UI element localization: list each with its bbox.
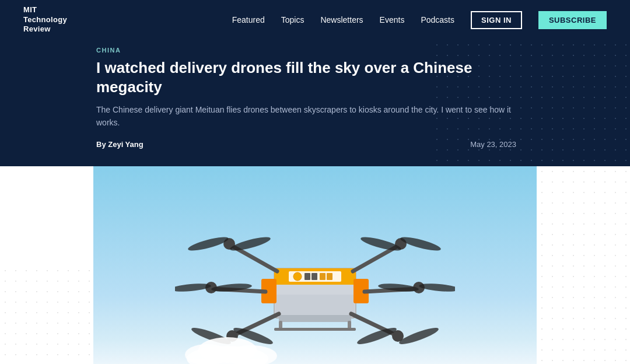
dot-pattern-right	[537, 166, 630, 364]
svg-point-34	[419, 282, 455, 293]
site-header: MITTechnologyReview Featured Topics News…	[0, 0, 630, 40]
hero-title: I watched delivery drones fill the sky o…	[96, 58, 516, 96]
hero-meta: By Zeyi Yang May 23, 2023	[96, 140, 516, 149]
svg-rect-7	[327, 273, 332, 280]
nav-topics[interactable]: Topics	[281, 15, 304, 24]
nav-newsletters[interactable]: Newsletters	[320, 15, 363, 24]
site-logo[interactable]: MITTechnologyReview	[23, 5, 67, 35]
signin-button[interactable]: SIGN IN	[471, 11, 522, 29]
svg-rect-5	[312, 273, 317, 280]
svg-point-3	[293, 272, 302, 281]
drone-image	[175, 181, 455, 364]
hero-section: CHINA I watched delivery drones fill the…	[0, 40, 630, 166]
svg-rect-10	[279, 321, 282, 329]
hero-description: The Chinese delivery giant Meituan flies…	[96, 103, 516, 130]
svg-rect-9	[279, 315, 351, 322]
svg-rect-12	[274, 328, 356, 331]
dot-pattern-left	[0, 265, 93, 364]
svg-point-42	[198, 337, 257, 363]
article-image-section	[0, 166, 630, 364]
svg-rect-6	[320, 273, 326, 280]
hero-date: May 23, 2023	[470, 140, 516, 149]
logo-text: MITTechnologyReview	[23, 5, 67, 35]
nav-events[interactable]: Events	[380, 15, 405, 24]
svg-point-27	[187, 235, 229, 253]
svg-point-31	[175, 282, 211, 293]
main-nav: Featured Topics Newsletters Events Podca…	[232, 11, 607, 29]
hero-category: CHINA	[96, 47, 516, 54]
svg-point-38	[398, 325, 440, 347]
nav-podcasts[interactable]: Podcasts	[421, 15, 454, 24]
svg-rect-11	[348, 321, 351, 329]
svg-rect-4	[304, 273, 310, 280]
nav-featured[interactable]: Featured	[232, 15, 265, 24]
svg-point-37	[356, 325, 398, 347]
drone-image-container	[93, 166, 537, 364]
subscribe-button[interactable]: SUBSCRIBE	[538, 11, 607, 29]
svg-point-28	[229, 235, 271, 253]
svg-rect-8	[275, 295, 355, 317]
hero-author: By Zeyi Yang	[96, 140, 470, 149]
